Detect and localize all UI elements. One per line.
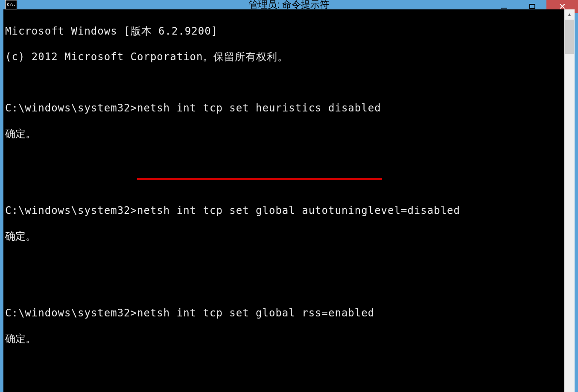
cmd-window: C:\. 管理员: 命令提示符 ✕ Microsoft Windows [版本 … — [0, 0, 578, 392]
prompt: C:\windows\system32> — [5, 102, 137, 114]
console-line — [5, 255, 564, 268]
console-line: (c) 2012 Microsoft Corporation。保留所有权利。 — [5, 50, 564, 63]
scroll-up-button[interactable]: ▲ — [564, 9, 575, 20]
console-line — [5, 358, 564, 371]
console-line: C:\windows\system32>netsh int tcp set gl… — [5, 204, 564, 217]
console-line: 确定。 — [5, 127, 564, 140]
client-area: Microsoft Windows [版本 6.2.9200] (c) 2012… — [3, 9, 575, 392]
result-ok: 确定。 — [5, 230, 36, 242]
maximize-icon — [529, 4, 535, 9]
cmd-app-icon: C:\. — [5, 0, 17, 9]
console-line — [5, 76, 564, 89]
titlebar[interactable]: C:\. 管理员: 命令提示符 ✕ — [0, 0, 578, 9]
scrollbar-thumb[interactable] — [565, 20, 574, 54]
app-icon-text: C:\. — [7, 3, 15, 7]
console-line — [5, 178, 564, 191]
red-underline-annotation — [137, 178, 382, 180]
copyright-line: (c) 2012 Microsoft Corporation。保留所有权利。 — [5, 51, 288, 63]
command-text-highlighted: netsh int tcp set global rss=enabled — [137, 307, 374, 319]
console-line: 确定。 — [5, 230, 564, 243]
console-line: C:\windows\system32>netsh int tcp set gl… — [5, 307, 564, 319]
console-line — [5, 383, 564, 392]
chevron-up-icon: ▲ — [567, 12, 572, 18]
command-text: netsh int tcp set global autotuninglevel… — [137, 205, 460, 216]
prompt: C:\windows\system32> — [5, 205, 137, 216]
scrollbar-track[interactable] — [564, 20, 575, 392]
result-ok: 确定。 — [5, 333, 36, 345]
prompt: C:\windows\system32> — [5, 307, 137, 319]
result-ok: 确定。 — [5, 128, 36, 140]
console-line: C:\windows\system32>netsh int tcp set he… — [5, 102, 564, 114]
command-text: netsh int tcp set heuristics disabled — [137, 102, 381, 114]
version-line: Microsoft Windows [版本 6.2.9200] — [5, 25, 218, 37]
console-line — [5, 153, 564, 166]
console-line: Microsoft Windows [版本 6.2.9200] — [5, 25, 564, 38]
console-line: 确定。 — [5, 332, 564, 345]
minimize-icon — [501, 8, 507, 9]
console-output[interactable]: Microsoft Windows [版本 6.2.9200] (c) 2012… — [3, 9, 564, 392]
vertical-scrollbar[interactable]: ▲ ▼ — [564, 9, 575, 392]
console-line — [5, 281, 564, 294]
